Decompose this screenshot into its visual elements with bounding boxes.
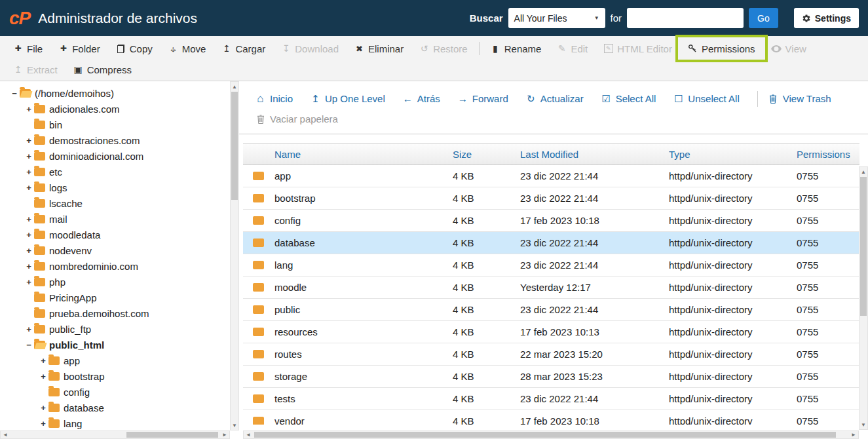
compress-button[interactable]: ▣Compress [66, 60, 140, 79]
cargar-button[interactable]: ↥Cargar [214, 39, 273, 58]
table-vertical-scrollbar[interactable]: ▲ ▼ [859, 166, 868, 430]
expand-icon[interactable]: + [25, 151, 33, 161]
table-row[interactable]: config4 KB17 feb 2023 10:18httpd/unix-di… [243, 210, 859, 232]
tree-item[interactable]: +moodledata [0, 227, 239, 242]
table-row[interactable]: resources4 KB17 feb 2023 10:13httpd/unix… [243, 321, 859, 343]
column-header-last-modified[interactable]: Last Modified [518, 149, 666, 160]
column-header-type[interactable]: Type [666, 149, 794, 160]
expand-icon[interactable]: + [25, 104, 33, 114]
column-header-size[interactable]: Size [450, 149, 518, 160]
name-cell: app [272, 170, 450, 181]
tree-item[interactable]: +php [0, 274, 239, 290]
table-row[interactable]: routes4 KB22 mar 2023 15:20httpd/unix-di… [243, 343, 859, 366]
tree-item[interactable]: lscache [0, 195, 239, 211]
forward-nav-item[interactable]: →Forward [458, 93, 508, 104]
unselect-all-nav-item[interactable]: ☐Unselect All [673, 93, 739, 104]
folder-icon [253, 283, 264, 292]
tree-item[interactable]: PricingApp [0, 290, 239, 305]
actualizar-nav-item[interactable]: ↻Actualizar [526, 93, 584, 104]
scroll-thumb[interactable] [860, 177, 867, 316]
tree-item[interactable]: +database [0, 400, 239, 415]
table-row[interactable]: tests4 KB23 dic 2022 21:44httpd/unix-dir… [243, 388, 859, 410]
search-input[interactable] [627, 8, 744, 28]
up-one-level-nav-item[interactable]: ↥Up One Level [311, 93, 385, 104]
collapse-icon[interactable]: − [10, 88, 18, 98]
table-horizontal-scrollbar[interactable]: ◄ ► [243, 430, 859, 439]
expand-icon[interactable]: + [25, 277, 33, 287]
column-header-name[interactable]: Name [272, 149, 450, 160]
tree-item[interactable]: +app [0, 353, 239, 368]
folder-button[interactable]: ✚Folder [50, 39, 108, 58]
select-all-nav-item[interactable]: ☑Select All [601, 93, 656, 104]
table-row[interactable]: public4 KB23 dic 2022 21:44httpd/unix-di… [243, 299, 859, 321]
expand-icon[interactable]: + [39, 372, 47, 381]
file-button[interactable]: ✚File [5, 39, 50, 58]
expand-icon[interactable]: + [25, 324, 33, 334]
rename-button[interactable]: ▮Rename [483, 39, 550, 58]
scroll-right-icon[interactable]: ► [849, 431, 858, 438]
tree-item[interactable]: config [0, 384, 239, 400]
scroll-left-icon[interactable]: ◄ [1, 431, 10, 438]
tree-item[interactable]: +nodevenv [0, 242, 239, 258]
table-row[interactable]: lang4 KB23 dic 2022 21:44httpd/unix-dire… [243, 254, 859, 277]
table-row[interactable]: moodle4 KBYesterday 12:17httpd/unix-dire… [243, 277, 859, 299]
tree-item[interactable]: +dominioadicional.com [0, 148, 239, 164]
tree-item[interactable]: −(/home/demoihos) [0, 85, 239, 101]
permissions-cell: 0755 [794, 237, 859, 248]
tree-item[interactable]: +bootstrap [0, 368, 239, 384]
eliminar-button[interactable]: ✖Eliminar [347, 39, 411, 58]
scroll-up-icon[interactable]: ▲ [231, 82, 238, 91]
tree-item[interactable]: bin [0, 117, 239, 132]
scroll-down-icon[interactable]: ▼ [859, 420, 867, 429]
search-scope-select[interactable]: All Your Files ▼ [508, 8, 605, 28]
expand-icon[interactable]: + [25, 214, 33, 224]
column-header-permissions[interactable]: Permissions [794, 149, 859, 160]
table-row[interactable]: storage4 KB28 mar 2023 15:23httpd/unix-d… [243, 366, 859, 388]
atr-s-nav-item[interactable]: ←Atrás [403, 93, 440, 104]
scroll-right-icon[interactable]: ► [220, 431, 229, 438]
file-navigation: ⌂Inicio↥Up One Level←Atrás→Forward↻Actua… [239, 81, 868, 134]
sidebar-horizontal-scrollbar[interactable]: ◄ ► [0, 430, 230, 439]
go-button[interactable]: Go [749, 8, 778, 28]
scroll-down-icon[interactable]: ▼ [231, 421, 238, 430]
tree-item[interactable]: +etc [0, 164, 239, 180]
tree-item[interactable]: +public_ftp [0, 321, 239, 337]
scroll-up-icon[interactable]: ▲ [859, 167, 867, 176]
table-row[interactable]: bootstrap4 KB23 dic 2022 21:44httpd/unix… [243, 187, 859, 210]
tree-item[interactable]: +lang [0, 415, 239, 430]
table-row[interactable]: database4 KB23 dic 2022 21:44httpd/unix-… [243, 232, 859, 254]
collapse-icon[interactable]: − [25, 340, 33, 350]
scroll-left-icon[interactable]: ◄ [244, 431, 253, 438]
expand-icon[interactable]: + [39, 403, 47, 413]
tree-item-label: demostraciones.com [49, 135, 140, 146]
scroll-thumb[interactable] [254, 432, 836, 438]
expand-icon[interactable]: + [39, 356, 47, 366]
tree-item[interactable]: −public_html [0, 337, 239, 353]
scroll-thumb[interactable] [231, 92, 238, 200]
expand-icon[interactable]: + [25, 246, 33, 256]
inicio-nav-item[interactable]: ⌂Inicio [255, 93, 293, 104]
move-button[interactable]: ↔↕Move [160, 39, 214, 58]
copy-button[interactable]: Copy [108, 39, 160, 58]
settings-button[interactable]: Settings [794, 8, 859, 28]
tree-item[interactable]: +mail [0, 211, 239, 227]
expand-icon[interactable]: + [39, 419, 47, 429]
tree-item[interactable]: +adicionales.com [0, 101, 239, 117]
unselect-all-icon: ☐ [673, 94, 683, 104]
table-row[interactable]: app4 KB23 dic 2022 21:44httpd/unix-direc… [243, 165, 859, 187]
expand-icon[interactable]: + [25, 136, 33, 145]
tree-item[interactable]: +demostraciones.com [0, 132, 239, 148]
expand-icon[interactable]: + [25, 230, 33, 240]
sidebar-vertical-scrollbar[interactable]: ▲ ▼ [230, 81, 239, 430]
table-row[interactable]: vendor4 KB17 feb 2023 10:18httpd/unix-di… [243, 410, 859, 425]
view-trash-nav-item[interactable]: View Trash [768, 93, 831, 104]
tree-item[interactable]: +logs [0, 180, 239, 195]
tree-item[interactable]: prueba.demoihost.com [0, 305, 239, 321]
permissions-button[interactable]: Permissions [680, 39, 763, 58]
name-cell: routes [272, 349, 450, 360]
expand-icon[interactable]: + [25, 167, 33, 177]
expand-icon[interactable]: + [25, 183, 33, 193]
scroll-thumb[interactable] [126, 432, 218, 438]
tree-item[interactable]: +nombredominio.com [0, 258, 239, 274]
expand-icon[interactable]: + [25, 261, 33, 271]
